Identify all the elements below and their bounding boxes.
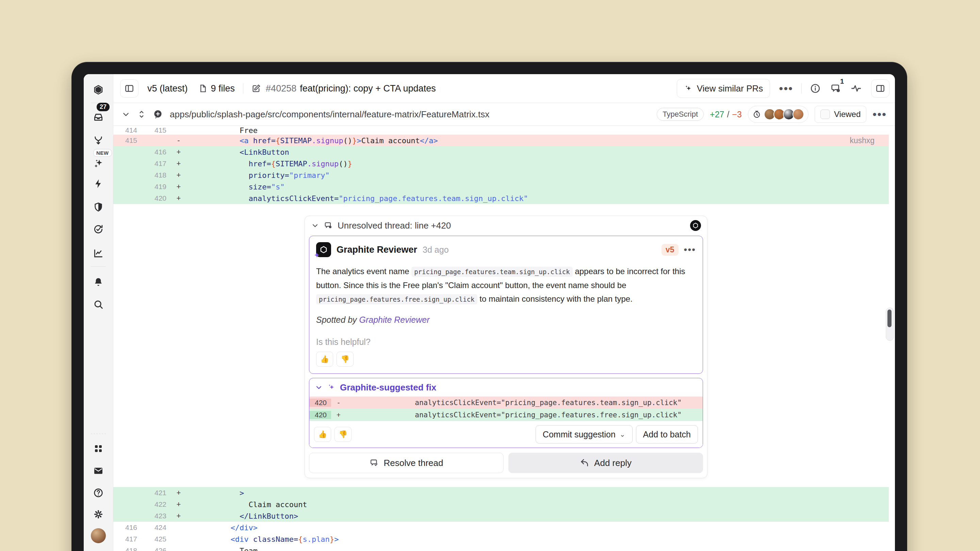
pr-title: feat(pricing): copy + CTA updates bbox=[300, 83, 436, 94]
line-author: kushxg bbox=[850, 136, 875, 145]
diff-row[interactable]: 421+ > bbox=[113, 487, 889, 499]
settings-gear-icon[interactable] bbox=[91, 507, 106, 522]
inbox-count-badge: 27 bbox=[97, 103, 110, 111]
viewed-label: Viewed bbox=[834, 110, 861, 119]
helpful-prompt: Is this helpful? bbox=[316, 337, 696, 347]
commit-suggestion-button[interactable]: Commit suggestion ⌄ bbox=[536, 425, 633, 443]
inline-code: pricing_page.features.team.sign_up.click bbox=[411, 267, 573, 277]
scrollbar-thumb[interactable] bbox=[888, 310, 891, 327]
collapse-file-chevron-icon[interactable] bbox=[121, 110, 130, 119]
diff-row[interactable]: 422+ Claim account bbox=[113, 499, 889, 510]
review-comment-card: ✦ Graphite Reviewer 3d ago v5 ••• The an… bbox=[309, 236, 703, 374]
thread-comments-icon bbox=[324, 221, 333, 230]
diff-row[interactable]: 416424 </div> bbox=[113, 522, 889, 533]
resolve-thread-button[interactable]: Resolve thread bbox=[309, 453, 504, 473]
diff-row[interactable]: 416+ <LinkButton bbox=[113, 146, 889, 158]
search-icon[interactable] bbox=[91, 297, 106, 312]
viewed-checkbox[interactable] bbox=[821, 110, 830, 119]
security-shield-icon[interactable] bbox=[91, 200, 106, 214]
scrollbar-track[interactable] bbox=[886, 308, 894, 341]
thread-participant-avatar bbox=[690, 220, 701, 231]
sidebar-divider-dashed bbox=[91, 433, 106, 434]
topbar: v5 (latest) 9 files #40258 feat(pricing)… bbox=[113, 74, 895, 103]
fix-thumbs-down-button[interactable]: 👎 bbox=[334, 427, 352, 442]
chevron-down-icon[interactable] bbox=[315, 383, 323, 392]
checks-sync-icon[interactable] bbox=[91, 222, 106, 237]
suggested-fix-row: 420- analyticsClickEvent="pricing_page.f… bbox=[309, 397, 703, 409]
thumbs-up-button[interactable]: 👍 bbox=[316, 352, 333, 367]
sparkle-icon: ✦ bbox=[314, 251, 320, 260]
suggested-fix-footer: 👍 👎 Commit suggestion ⌄ Add to batch bbox=[309, 421, 703, 448]
diff-row[interactable]: 420+ analyticsClickEvent="pricing_page.f… bbox=[113, 192, 889, 204]
automations-lightning-icon[interactable] bbox=[91, 176, 106, 191]
add-reply-button[interactable]: Add reply bbox=[508, 453, 703, 473]
suggested-fix-row: 420+ analyticsClickEvent="pricing_page.f… bbox=[309, 409, 703, 421]
app-screen: 27 NEW bbox=[84, 74, 895, 551]
chevron-down-icon: ⌄ bbox=[620, 430, 625, 438]
help-icon[interactable] bbox=[91, 485, 106, 500]
fix-thumbs-up-button[interactable]: 👍 bbox=[314, 427, 331, 442]
comments-icon[interactable]: 1 bbox=[830, 83, 841, 94]
info-icon[interactable] bbox=[810, 83, 821, 94]
file-overflow-menu[interactable]: ••• bbox=[872, 108, 887, 120]
reviewers-avatar-group[interactable] bbox=[748, 106, 808, 123]
spotted-by-prefix: Spotted by bbox=[316, 315, 359, 324]
version-badge: v5 bbox=[662, 244, 679, 256]
diff-row[interactable]: 418426 Team bbox=[113, 545, 889, 551]
files-count[interactable]: 9 files bbox=[211, 83, 235, 94]
graphite-reviewer-link[interactable]: Graphite Reviewer bbox=[359, 315, 430, 324]
file-path[interactable]: apps/public/splash-page/src/components/i… bbox=[170, 109, 489, 120]
sidebar-divider bbox=[91, 266, 106, 267]
diff-row[interactable]: 418+ priority="primary" bbox=[113, 169, 889, 181]
diff-row[interactable]: 423+ </LinkButton> bbox=[113, 510, 889, 522]
chevron-down-icon[interactable] bbox=[311, 221, 319, 230]
viewed-toggle[interactable]: Viewed bbox=[815, 106, 866, 123]
apps-grid-icon[interactable] bbox=[91, 441, 106, 456]
sidebar: 27 NEW bbox=[84, 74, 113, 551]
expand-context-icon[interactable] bbox=[137, 110, 146, 119]
toggle-left-panel-button[interactable] bbox=[120, 79, 138, 98]
ai-assistant-sparkles-icon[interactable] bbox=[91, 156, 106, 171]
sparkles-icon bbox=[327, 383, 336, 392]
suggested-fix-header[interactable]: Graphite-suggested fix bbox=[309, 378, 703, 397]
thumbs-down-button[interactable]: 👎 bbox=[337, 352, 353, 367]
toggle-right-panel-button[interactable] bbox=[871, 79, 889, 98]
add-to-batch-button[interactable]: Add to batch bbox=[636, 425, 698, 443]
diffstat-slash: / bbox=[727, 110, 730, 119]
resolve-thread-label: Resolve thread bbox=[384, 458, 443, 468]
diff-row[interactable]: 419+ size="s" bbox=[113, 181, 889, 192]
thread-title: Unresolved thread: line +420 bbox=[337, 221, 451, 231]
inline-code: pricing_page.features.free.sign_up.click bbox=[316, 294, 477, 305]
comment-overflow-menu[interactable]: ••• bbox=[684, 245, 696, 254]
insights-chart-icon[interactable] bbox=[91, 246, 106, 261]
activity-pulse-icon[interactable] bbox=[851, 83, 862, 94]
diff-row[interactable]: 414415 Free bbox=[113, 126, 889, 135]
diff-view: 414415 Free415- <a href={SITEMAP.signup(… bbox=[113, 126, 895, 551]
mail-icon[interactable] bbox=[91, 463, 106, 478]
resolve-comment-icon bbox=[369, 458, 379, 468]
edit-title-icon[interactable] bbox=[251, 84, 261, 93]
topbar-overflow-menu[interactable]: ••• bbox=[779, 83, 793, 94]
add-reply-label: Add reply bbox=[594, 458, 632, 468]
user-avatar[interactable] bbox=[91, 528, 106, 543]
diff-row[interactable]: 415- <a href={SITEMAP.signup()}>Claim ac… bbox=[113, 135, 889, 146]
suggested-fix-diff: 420- analyticsClickEvent="pricing_page.f… bbox=[309, 397, 703, 421]
graphite-logo-icon[interactable] bbox=[91, 82, 106, 97]
inbox-icon[interactable] bbox=[91, 110, 106, 124]
thread-actions: Resolve thread Add reply bbox=[309, 453, 703, 473]
avatar bbox=[792, 108, 804, 120]
pr-number: #40258 bbox=[266, 83, 296, 94]
add-file-comment-icon[interactable] bbox=[153, 109, 163, 119]
diff-row[interactable]: 417+ href={SITEMAP.signup()} bbox=[113, 158, 889, 169]
merge-queue-icon[interactable] bbox=[91, 133, 106, 148]
comment-header: ✦ Graphite Reviewer 3d ago v5 ••• bbox=[316, 242, 696, 257]
graphite-reviewer-avatar: ✦ bbox=[316, 242, 331, 257]
main-panel: v5 (latest) 9 files #40258 feat(pricing)… bbox=[113, 74, 895, 551]
notifications-bell-icon[interactable] bbox=[91, 275, 106, 289]
version-selector[interactable]: v5 (latest) bbox=[147, 83, 188, 94]
desktop-background: 27 NEW bbox=[0, 0, 980, 551]
thread-header[interactable]: Unresolved thread: line +420 bbox=[305, 216, 707, 235]
view-similar-prs-button[interactable]: View similar PRs bbox=[677, 79, 770, 98]
diff-hunk-bottom: 421+ >422+ Claim account423+ </LinkButto… bbox=[113, 487, 895, 551]
diff-row[interactable]: 417425 <div className={s.plan}> bbox=[113, 533, 889, 545]
